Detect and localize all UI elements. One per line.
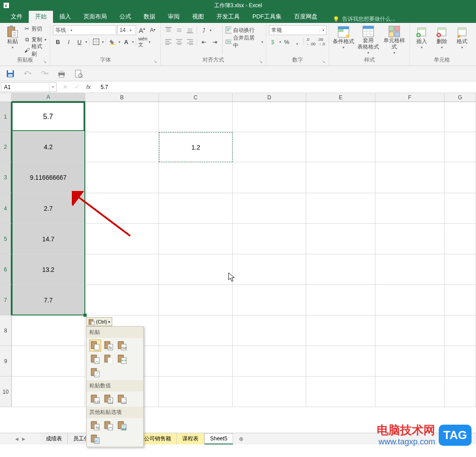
add-sheet-button[interactable]: ⊕ <box>236 436 247 442</box>
italic-button[interactable]: I <box>64 37 74 47</box>
cell-C2[interactable] <box>159 132 233 162</box>
cell-E6[interactable] <box>306 254 375 285</box>
cell-C5[interactable] <box>159 224 233 254</box>
cell-A2[interactable]: 4.2 <box>12 132 85 162</box>
paste-picture[interactable] <box>116 420 128 431</box>
paste-link[interactable] <box>103 420 115 431</box>
cell-G8[interactable] <box>445 315 476 346</box>
paste-values[interactable]: 123 <box>89 393 101 405</box>
tab-file[interactable]: 文件 <box>4 11 29 23</box>
cell-styles-button[interactable]: 单元格样式▾ <box>381 24 407 55</box>
cell-A9[interactable] <box>12 346 85 377</box>
fx-button[interactable]: fx <box>84 84 93 90</box>
cell-D2[interactable] <box>233 132 306 162</box>
cell-C6[interactable] <box>159 254 233 285</box>
font-color-button[interactable]: A <box>121 37 131 47</box>
cell-B2[interactable] <box>85 132 159 162</box>
tab-pagelayout[interactable]: 页面布局 <box>77 11 113 23</box>
formula-input[interactable]: 5.7 <box>97 84 476 90</box>
merge-center-button[interactable]: 合并后居中 ▾ <box>225 37 263 47</box>
align-center-button[interactable] <box>174 37 184 47</box>
row-header-2[interactable]: 2 <box>0 132 12 162</box>
row-header-9[interactable]: 9 <box>0 346 12 377</box>
cell-G4[interactable] <box>445 193 476 224</box>
dialog-launcher-icon[interactable]: ↘ <box>322 59 326 64</box>
orientation-button[interactable]: ⤴ <box>199 25 209 35</box>
select-all-corner[interactable] <box>0 93 12 102</box>
cell-E5[interactable] <box>306 224 375 254</box>
cell-A4[interactable]: 2.7 <box>12 193 85 224</box>
qat-print-button[interactable] <box>57 69 66 79</box>
paste-formulas-number[interactable]: %fx <box>116 340 128 351</box>
cell-D5[interactable] <box>233 224 306 254</box>
cell-F1[interactable] <box>375 102 445 132</box>
cell-B1[interactable] <box>85 102 159 132</box>
tab-formulas[interactable]: 公式 <box>113 11 137 23</box>
cell-E8[interactable] <box>306 315 375 346</box>
cell-C7[interactable] <box>159 285 233 315</box>
col-header-G[interactable]: G <box>445 93 476 102</box>
cell-G3[interactable] <box>445 162 476 193</box>
cell-F7[interactable] <box>375 285 445 315</box>
cell-G6[interactable] <box>445 254 476 285</box>
cell-D9[interactable] <box>233 346 306 377</box>
cell-D10[interactable] <box>233 377 306 407</box>
cell-B5[interactable] <box>85 224 159 254</box>
paste-formatting[interactable]: % <box>89 420 101 431</box>
cell-F8[interactable] <box>375 315 445 346</box>
sheet-tab-0[interactable]: 成绩表 <box>40 433 68 444</box>
cell-G1[interactable] <box>445 102 476 132</box>
cell-B6[interactable] <box>85 254 159 285</box>
indent-decrease-button[interactable]: ⇤ <box>199 37 209 47</box>
tab-data[interactable]: 数据 <box>137 11 162 23</box>
align-top-button[interactable] <box>163 25 173 35</box>
paste-transpose[interactable] <box>89 367 101 378</box>
paste-linked-picture[interactable] <box>89 433 101 445</box>
cell-B3[interactable] <box>85 162 159 193</box>
format-painter-button[interactable]: 🖌格式刷 <box>24 45 47 55</box>
paste-all[interactable] <box>89 340 101 351</box>
bold-button[interactable]: B <box>53 37 63 47</box>
paste-keep-source[interactable] <box>89 353 101 365</box>
cell-A10[interactable] <box>12 377 85 407</box>
tab-pdf[interactable]: PDF工具集 <box>246 11 288 23</box>
decrease-font-button[interactable]: A▾ <box>148 25 158 35</box>
cell-G2[interactable] <box>445 132 476 162</box>
cell-F5[interactable] <box>375 224 445 254</box>
cell-E3[interactable] <box>306 162 375 193</box>
cell-C4[interactable] <box>159 193 233 224</box>
row-header-1[interactable]: 1 <box>0 102 12 132</box>
align-middle-button[interactable] <box>174 25 184 35</box>
tellme[interactable]: 💡 告诉我您想要做什么... <box>333 15 395 23</box>
delete-cells-button[interactable]: 删除▾ <box>433 24 451 55</box>
cell-F6[interactable] <box>375 254 445 285</box>
cell-D8[interactable] <box>233 315 306 346</box>
redo-button[interactable]: ↷ ▾ <box>40 69 49 79</box>
cell-E10[interactable] <box>306 377 375 407</box>
row-header-4[interactable]: 4 <box>0 193 12 224</box>
tab-insert[interactable]: 插入 <box>53 11 77 23</box>
cell-B7[interactable] <box>85 285 159 315</box>
cell-F4[interactable] <box>375 193 445 224</box>
cell-D3[interactable] <box>233 162 306 193</box>
cell-A3[interactable]: 9.116666667 <box>12 162 85 193</box>
paste-button[interactable]: 粘贴 ▾ <box>3 24 22 55</box>
borders-button[interactable] <box>91 37 101 47</box>
percent-button[interactable]: % <box>282 37 291 47</box>
cell-D1[interactable] <box>233 102 306 132</box>
paste-formulas[interactable]: fx <box>103 340 115 351</box>
dialog-launcher-icon[interactable]: ↘ <box>153 59 158 64</box>
cell-G5[interactable] <box>445 224 476 254</box>
row-header-7[interactable]: 7 <box>0 285 12 315</box>
cell-G10[interactable] <box>445 377 476 407</box>
decrease-decimal-button[interactable]: .00→.0 <box>317 37 326 47</box>
cell-F2[interactable] <box>375 132 445 162</box>
cell-C1[interactable] <box>159 102 233 132</box>
col-header-E[interactable]: E <box>306 93 375 102</box>
cell-C3[interactable] <box>159 162 233 193</box>
tab-baidu[interactable]: 百度网盘 <box>288 11 324 23</box>
enter-button[interactable]: ✓ <box>73 84 81 90</box>
accounting-button[interactable]: $ <box>269 37 278 47</box>
save-button[interactable] <box>5 69 15 79</box>
cell-D7[interactable] <box>233 285 306 315</box>
